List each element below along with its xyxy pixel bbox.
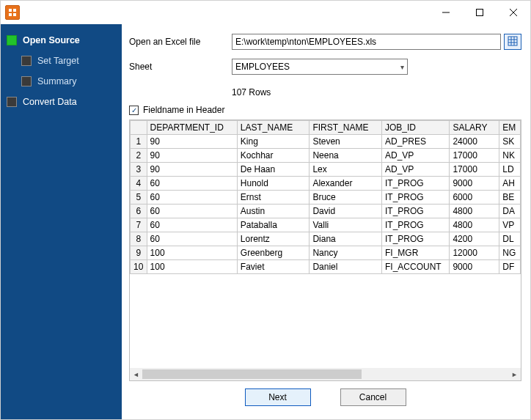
table-row[interactable]: 290KochharNeenaAD_VP17000NK xyxy=(131,149,521,163)
table-cell[interactable]: 4200 xyxy=(450,232,499,246)
sidebar-item-summary[interactable]: Summary xyxy=(5,73,117,90)
scroll-track[interactable] xyxy=(142,368,508,380)
sidebar-item-set-target[interactable]: Set Target xyxy=(5,52,117,70)
row-number-cell[interactable]: 1 xyxy=(131,135,147,149)
table-cell[interactable]: 4800 xyxy=(450,218,499,232)
table-cell[interactable]: Daniel xyxy=(310,260,382,274)
row-number-cell[interactable]: 7 xyxy=(131,218,147,232)
next-button[interactable]: Next xyxy=(245,388,311,406)
table-cell[interactable]: Nancy xyxy=(310,246,382,260)
table-cell[interactable]: King xyxy=(237,135,310,149)
table-cell[interactable]: LD xyxy=(499,163,521,177)
column-header[interactable]: SALARY xyxy=(450,121,499,135)
table-cell[interactable]: Lorentz xyxy=(237,232,310,246)
table-cell[interactable]: 9000 xyxy=(450,260,499,274)
table-cell[interactable]: AD_VP xyxy=(382,163,450,177)
table-cell[interactable]: AD_VP xyxy=(382,149,450,163)
sidebar-item-open-source[interactable]: Open Source xyxy=(5,32,117,49)
table-cell[interactable]: VP xyxy=(499,218,521,232)
column-header[interactable]: DEPARTMENT_ID xyxy=(147,121,237,135)
table-cell[interactable]: Valli xyxy=(310,218,382,232)
table-row[interactable]: 390De HaanLexAD_VP17000LD xyxy=(131,163,521,177)
table-cell[interactable]: IT_PROG xyxy=(382,232,450,246)
table-cell[interactable]: Ernst xyxy=(237,191,310,205)
maximize-button[interactable] xyxy=(463,1,497,24)
row-number-cell[interactable]: 10 xyxy=(131,260,147,274)
table-cell[interactable]: 90 xyxy=(147,149,237,163)
table-row[interactable]: 10100FavietDanielFI_ACCOUNT9000DF xyxy=(131,260,521,274)
row-number-cell[interactable]: 5 xyxy=(131,191,147,205)
table-cell[interactable]: Diana xyxy=(310,232,382,246)
row-number-cell[interactable]: 8 xyxy=(131,232,147,246)
table-cell[interactable]: FI_MGR xyxy=(382,246,450,260)
row-number-cell[interactable]: 3 xyxy=(131,163,147,177)
table-cell[interactable]: 6000 xyxy=(450,191,499,205)
table-cell[interactable]: Bruce xyxy=(310,191,382,205)
table-cell[interactable]: IT_PROG xyxy=(382,218,450,232)
table-cell[interactable]: FI_ACCOUNT xyxy=(382,260,450,274)
horizontal-scrollbar[interactable]: ◄ ► xyxy=(130,368,521,380)
table-cell[interactable]: 90 xyxy=(147,135,237,149)
row-number-header[interactable] xyxy=(131,121,147,135)
table-cell[interactable]: 60 xyxy=(147,191,237,205)
minimize-button[interactable] xyxy=(429,1,463,24)
table-cell[interactable]: IT_PROG xyxy=(382,205,450,218)
table-cell[interactable]: NK xyxy=(499,149,521,163)
table-cell[interactable]: IT_PROG xyxy=(382,177,450,191)
table-cell[interactable]: BE xyxy=(499,191,521,205)
table-cell[interactable]: Kochhar xyxy=(237,149,310,163)
table-cell[interactable]: 60 xyxy=(147,232,237,246)
column-header[interactable]: JOB_ID xyxy=(382,121,450,135)
column-header[interactable]: LAST_NAME xyxy=(237,121,310,135)
table-cell[interactable]: Pataballa xyxy=(237,218,310,232)
table-cell[interactable]: Faviet xyxy=(237,260,310,274)
table-cell[interactable]: Lex xyxy=(310,163,382,177)
table-row[interactable]: 860LorentzDianaIT_PROG4200DL xyxy=(131,232,521,246)
table-row[interactable]: 760PataballaValliIT_PROG4800VP xyxy=(131,218,521,232)
table-cell[interactable]: 17000 xyxy=(450,163,499,177)
table-cell[interactable]: 9000 xyxy=(450,177,499,191)
table-row[interactable]: 9100GreenbergNancyFI_MGR12000NG xyxy=(131,246,521,260)
table-cell[interactable]: SK xyxy=(499,135,521,149)
table-cell[interactable]: 100 xyxy=(147,246,237,260)
scroll-left-icon[interactable]: ◄ xyxy=(130,368,142,380)
sidebar-item-convert-data[interactable]: Convert Data xyxy=(5,93,117,111)
table-cell[interactable]: Greenberg xyxy=(237,246,310,260)
table-cell[interactable]: AD_PRES xyxy=(382,135,450,149)
cancel-button[interactable]: Cancel xyxy=(340,388,406,406)
row-number-cell[interactable]: 6 xyxy=(131,205,147,218)
table-cell[interactable]: Hunold xyxy=(237,177,310,191)
table-cell[interactable]: DA xyxy=(499,205,521,218)
close-button[interactable] xyxy=(497,1,530,24)
browse-file-button[interactable] xyxy=(504,34,521,50)
table-cell[interactable]: De Haan xyxy=(237,163,310,177)
table-cell[interactable]: DL xyxy=(499,232,521,246)
table-cell[interactable]: 60 xyxy=(147,218,237,232)
table-cell[interactable]: IT_PROG xyxy=(382,191,450,205)
table-cell[interactable]: DF xyxy=(499,260,521,274)
table-cell[interactable]: Steven xyxy=(310,135,382,149)
table-cell[interactable]: Alexander xyxy=(310,177,382,191)
row-number-cell[interactable]: 2 xyxy=(131,149,147,163)
sheet-select[interactable]: EMPLOYEES ▾ xyxy=(232,59,408,75)
table-cell[interactable]: 12000 xyxy=(450,246,499,260)
table-row[interactable]: 560ErnstBruceIT_PROG6000BE xyxy=(131,191,521,205)
row-number-cell[interactable]: 9 xyxy=(131,246,147,260)
table-cell[interactable]: AH xyxy=(499,177,521,191)
table-cell[interactable]: David xyxy=(310,205,382,218)
table-cell[interactable]: 60 xyxy=(147,205,237,218)
table-cell[interactable]: 24000 xyxy=(450,135,499,149)
table-cell[interactable]: 17000 xyxy=(450,149,499,163)
column-header[interactable]: EM xyxy=(499,121,521,135)
row-number-cell[interactable]: 4 xyxy=(131,177,147,191)
table-cell[interactable]: 90 xyxy=(147,163,237,177)
table-row[interactable]: 660AustinDavidIT_PROG4800DA xyxy=(131,205,521,218)
fieldname-checkbox[interactable]: ✓ xyxy=(129,106,139,115)
table-cell[interactable]: Austin xyxy=(237,205,310,218)
column-header[interactable]: FIRST_NAME xyxy=(310,121,382,135)
table-row[interactable]: 190KingStevenAD_PRES24000SK xyxy=(131,135,521,149)
table-cell[interactable]: Neena xyxy=(310,149,382,163)
filepath-input[interactable] xyxy=(232,34,501,50)
table-cell[interactable]: 4800 xyxy=(450,205,499,218)
table-cell[interactable]: 100 xyxy=(147,260,237,274)
